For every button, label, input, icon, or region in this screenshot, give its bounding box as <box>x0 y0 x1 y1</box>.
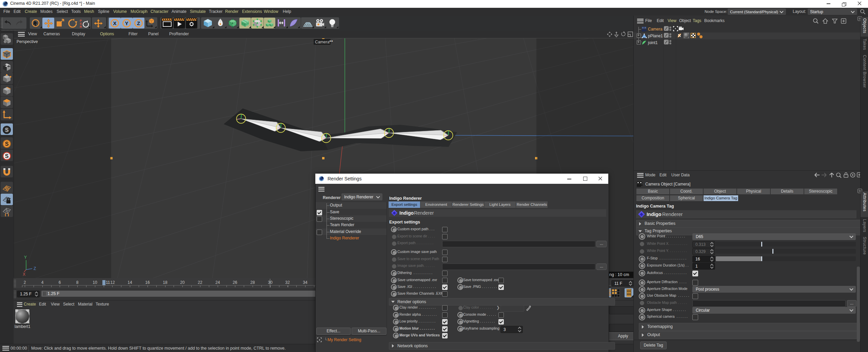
svg-text:X: X <box>113 20 116 26</box>
svg-text:Y: Y <box>24 255 27 260</box>
svg-text:S: S <box>5 141 9 147</box>
svg-text:Y: Y <box>125 20 128 26</box>
svg-text:X: X <box>23 272 25 277</box>
svg-text:S: S <box>5 153 9 159</box>
svg-text:S: S <box>5 127 9 133</box>
svg-text:Z: Z <box>34 266 36 271</box>
svg-text:R: R <box>80 25 82 28</box>
svg-text:( ): ( ) <box>5 212 9 216</box>
svg-text:Z: Z <box>137 20 140 26</box>
